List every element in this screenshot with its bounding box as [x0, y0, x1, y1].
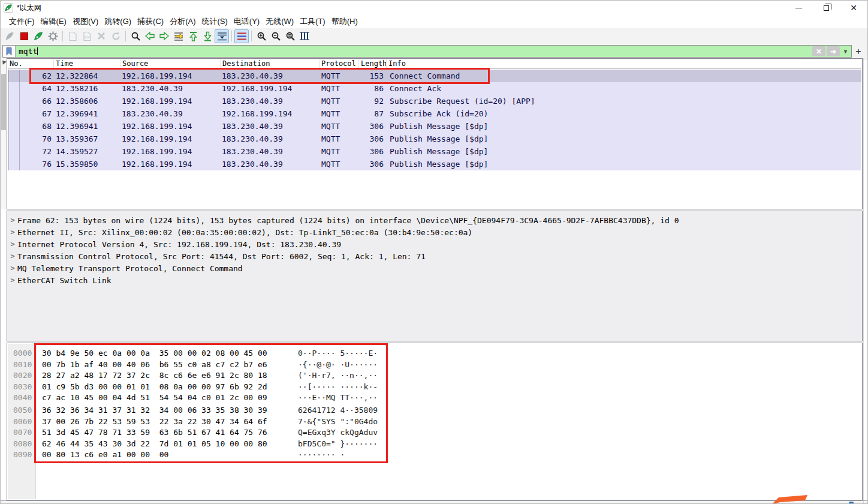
filter-dropdown-icon[interactable]: ▼ [841, 49, 850, 55]
table-row[interactable]: 7013.359367192.168.199.194183.230.40.39M… [8, 133, 861, 145]
hex-row[interactable]: 009000 80 13 c6 e0 a1 00 00 00········ · [7, 449, 862, 461]
col-length[interactable]: Length [359, 59, 387, 68]
title-bar: *以太网 ✕ [1, 1, 867, 15]
menu-view[interactable]: 视图(V) [70, 15, 101, 28]
go-forward-icon[interactable] [157, 29, 171, 43]
menu-file[interactable]: 文件(F) [6, 15, 38, 28]
blue-annotation-dot [849, 502, 854, 504]
table-row[interactable]: 6412.358216183.230.40.39192.168.199.194M… [8, 82, 861, 95]
detail-frame[interactable]: >Frame 62: 153 bytes on wire (1224 bits)… [8, 214, 861, 226]
col-source[interactable]: Source [120, 59, 221, 68]
menu-telephony[interactable]: 电话(Y) [231, 15, 263, 28]
window-right-frame [863, 58, 864, 503]
auto-scroll-icon[interactable] [215, 29, 229, 43]
go-top-icon[interactable] [186, 29, 200, 43]
main-toolbar: 010 [1, 28, 867, 44]
capture-options-icon[interactable] [46, 29, 60, 43]
hex-row[interactable]: 008062 46 44 35 43 30 3d 22 7d 01 01 05 … [7, 439, 862, 450]
expand-chevron-icon[interactable]: > [8, 216, 17, 224]
expand-chevron-icon[interactable]: > [8, 228, 17, 236]
detail-ethercat[interactable]: >EtherCAT Switch Link [8, 274, 861, 286]
wireshark-window: *以太网 ✕ 文件(F) 编辑(E) 视图(V) 跳转(G) 捕获(C) 分析(… [0, 0, 868, 504]
menu-go[interactable]: 跳转(G) [101, 15, 134, 28]
detail-ip[interactable]: >Internet Protocol Version 4, Src: 192.1… [8, 238, 861, 250]
filter-add-button[interactable]: + [852, 46, 865, 58]
expand-chevron-icon[interactable]: > [8, 252, 17, 260]
detail-mqtt[interactable]: >MQ Telemetry Transport Protocol, Connec… [8, 262, 861, 274]
close-icon: ✕ [850, 4, 857, 12]
hex-row[interactable]: 007051 3d 45 47 78 71 33 59 63 6b 51 67 … [7, 427, 862, 439]
hex-row[interactable]: 003001 c9 5b d3 00 00 01 01 08 0a 00 00 … [7, 382, 862, 393]
detail-tcp[interactable]: >Transmission Control Protocol, Src Port… [8, 250, 861, 262]
stop-capture-icon[interactable] [17, 29, 31, 43]
scrollbar-arrow-icon [1, 59, 7, 65]
table-row[interactable]: 7214.359527192.168.199.194183.230.40.39M… [8, 145, 861, 158]
reload-icon[interactable] [108, 29, 123, 43]
go-to-packet-icon[interactable] [171, 29, 186, 43]
packet-list-scrollbar[interactable] [1, 58, 7, 209]
table-row[interactable]: 6812.396941192.168.199.194183.230.40.39M… [8, 120, 861, 133]
go-back-icon[interactable] [143, 29, 157, 43]
packet-details-pane: >Frame 62: 153 bytes on wire (1224 bits)… [7, 211, 863, 341]
restart-capture-icon[interactable] [31, 29, 46, 43]
display-filter-input[interactable]: mqtt ✕ ➜ ▼ [2, 45, 852, 58]
scrollbar-thumb[interactable] [1, 74, 6, 130]
minimize-button[interactable] [785, 1, 812, 15]
colorize-icon[interactable] [234, 29, 249, 43]
table-row[interactable]: 6712.396941183.230.40.39192.168.199.194M… [8, 107, 861, 120]
text-caret [37, 47, 38, 55]
col-no[interactable]: No. [8, 59, 54, 68]
expand-chevron-icon[interactable]: > [8, 276, 17, 284]
save-file-icon[interactable]: 010 [80, 29, 94, 43]
menu-tools[interactable]: 工具(T) [297, 15, 328, 28]
table-row[interactable]: 6612.358606192.168.199.194183.230.40.39M… [8, 95, 861, 107]
hex-row[interactable]: 0040c7 ac 10 45 00 04 4d 51 54 54 04 c0 … [7, 392, 862, 404]
bookmark-icon [6, 47, 12, 55]
menu-analyze[interactable]: 分析(A) [167, 15, 198, 28]
start-capture-icon[interactable] [2, 29, 17, 43]
toolbar-separator [231, 31, 232, 41]
close-button[interactable]: ✕ [840, 1, 867, 15]
maximize-button[interactable] [812, 1, 840, 15]
zoom-in-icon[interactable] [254, 29, 269, 43]
stop-square [20, 32, 28, 40]
hex-row[interactable]: 005036 32 36 34 31 37 31 32 34 00 06 33 … [7, 405, 862, 416]
zoom-reset-icon[interactable] [283, 29, 297, 43]
close-file-icon[interactable] [94, 29, 108, 43]
toolbar-separator [251, 31, 252, 41]
hex-row[interactable]: 001000 7b 1b af 40 00 40 06 b6 55 c0 a8 … [7, 359, 862, 371]
row-gutter-line [19, 70, 20, 170]
col-destination[interactable]: Destination [221, 59, 320, 68]
orange-annotation-mark [770, 495, 809, 504]
filter-apply-button[interactable]: ➜ [827, 46, 840, 56]
zoom-out-icon[interactable] [269, 29, 283, 43]
menu-help[interactable]: 帮助(H) [328, 15, 361, 28]
menu-capture[interactable]: 捕获(C) [134, 15, 167, 28]
col-info[interactable]: Info [387, 59, 861, 68]
table-row[interactable]: 6212.322864192.168.199.194183.230.40.39M… [8, 70, 861, 82]
hex-dump-pane: 000030 b4 9e 50 ec 0a 00 0a 35 00 00 02 … [7, 343, 863, 500]
resize-columns-icon[interactable] [297, 29, 312, 43]
expand-chevron-icon[interactable]: > [8, 264, 17, 272]
col-protocol[interactable]: Protocol [320, 59, 359, 68]
menu-edit[interactable]: 编辑(E) [38, 15, 70, 28]
menu-statistics[interactable]: 统计(S) [198, 15, 230, 28]
toolbar-separator [62, 31, 63, 41]
filter-bar: mqtt ✕ ➜ ▼ + [1, 44, 867, 59]
detail-ethernet[interactable]: >Ethernet II, Src: Xilinx_00:00:02 (00:0… [8, 226, 861, 238]
wireshark-logo-icon [4, 3, 13, 13]
packet-list-pane: No. Time Source Destination Protocol Len… [7, 58, 863, 209]
filter-bookmark-button[interactable] [3, 46, 16, 57]
packet-list-header: No. Time Source Destination Protocol Len… [8, 59, 861, 69]
menu-wireless[interactable]: 无线(W) [263, 15, 297, 28]
filter-clear-button[interactable]: ✕ [812, 46, 825, 56]
go-bottom-icon[interactable] [200, 29, 215, 43]
expand-chevron-icon[interactable]: > [8, 240, 17, 248]
find-packet-icon[interactable] [128, 29, 143, 43]
hex-row[interactable]: 000030 b4 9e 50 ec 0a 00 0a 35 00 00 02 … [7, 348, 862, 359]
table-row[interactable]: 7615.359850192.168.199.194183.230.40.39M… [8, 158, 861, 170]
hex-row[interactable]: 002028 27 a2 48 17 72 37 2c 8c c6 6e e6 … [7, 370, 862, 382]
col-time[interactable]: Time [54, 59, 120, 68]
hex-row[interactable]: 006037 00 26 7b 22 53 59 53 22 3a 22 30 … [7, 416, 862, 428]
open-file-icon[interactable] [65, 29, 80, 43]
